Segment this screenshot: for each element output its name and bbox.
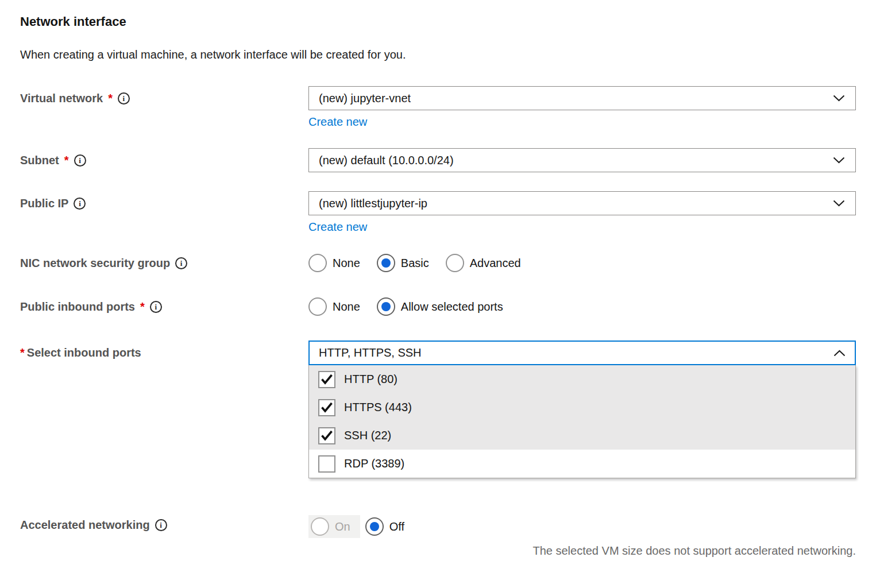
checkbox-icon bbox=[318, 399, 335, 416]
radio-nsg-basic[interactable]: Basic bbox=[377, 254, 429, 272]
required-asterisk bbox=[20, 346, 25, 359]
radio-inbound-none[interactable]: None bbox=[308, 297, 360, 316]
radio-icon bbox=[446, 254, 464, 272]
radio-icon bbox=[308, 297, 327, 316]
radio-label: None bbox=[333, 257, 360, 270]
accelerated-networking-note: The selected VM size does not support ac… bbox=[308, 543, 856, 558]
radio-icon bbox=[377, 297, 395, 316]
nic-nsg-control: None Basic Advanced bbox=[308, 253, 856, 273]
label-text: NIC network security group bbox=[20, 257, 170, 270]
virtual-network-control: (new) jupyter-vnet Create new bbox=[308, 86, 856, 129]
radio-icon bbox=[308, 254, 327, 272]
create-new-vnet-link[interactable]: Create new bbox=[308, 115, 367, 129]
create-new-public-ip-link[interactable]: Create new bbox=[308, 220, 367, 234]
radio-icon bbox=[365, 517, 384, 536]
info-icon[interactable] bbox=[74, 198, 86, 210]
subnet-dropdown[interactable]: (new) default (10.0.0.0/24) bbox=[308, 148, 856, 172]
chevron-up-icon bbox=[833, 350, 846, 357]
accelerated-networking-label: Accelerated networking bbox=[20, 515, 308, 535]
field-row-subnet: Subnet (new) default (10.0.0.0/24) bbox=[20, 148, 856, 172]
subnet-control: (new) default (10.0.0.0/24) bbox=[308, 148, 856, 172]
select-inbound-ports-value: HTTP, HTTPS, SSH bbox=[319, 346, 422, 359]
option-label: HTTP (80) bbox=[344, 373, 397, 386]
public-ip-value: (new) littlestjupyter-ip bbox=[319, 197, 427, 210]
label-text: Subnet bbox=[20, 154, 59, 167]
public-inbound-ports-radio-group: None Allow selected ports bbox=[308, 297, 856, 316]
field-row-select-inbound-ports: Select inbound ports HTTP, HTTPS, SSH HT… bbox=[20, 341, 856, 478]
checkmark-icon bbox=[321, 430, 333, 442]
label-text: Virtual network bbox=[20, 92, 103, 105]
option-label: RDP (3389) bbox=[344, 457, 404, 470]
label-text: Public inbound ports bbox=[20, 300, 135, 314]
radio-label: Allow selected ports bbox=[401, 300, 503, 314]
info-icon[interactable] bbox=[155, 519, 167, 531]
page-title: Network interface bbox=[20, 14, 856, 30]
radio-label: On bbox=[335, 520, 350, 533]
required-asterisk bbox=[140, 300, 145, 314]
radio-label: Basic bbox=[401, 257, 429, 270]
radio-inbound-allow-selected[interactable]: Allow selected ports bbox=[377, 297, 503, 316]
label-text: Accelerated networking bbox=[20, 519, 150, 532]
subnet-label: Subnet bbox=[20, 148, 308, 172]
public-ip-dropdown[interactable]: (new) littlestjupyter-ip bbox=[308, 191, 856, 215]
chevron-down-icon bbox=[833, 95, 845, 102]
radio-nsg-advanced[interactable]: Advanced bbox=[446, 254, 521, 272]
accelerated-networking-radio-group: On Off bbox=[308, 515, 856, 538]
field-row-accelerated-networking: Accelerated networking On Off The select… bbox=[20, 515, 856, 558]
select-inbound-ports-control: HTTP, HTTPS, SSH HTTP (80) HTTPS (443) bbox=[308, 341, 856, 478]
select-inbound-ports-combobox[interactable]: HTTP, HTTPS, SSH bbox=[308, 341, 856, 365]
public-ip-label: Public IP bbox=[20, 191, 308, 215]
subnet-value: (new) default (10.0.0.0/24) bbox=[319, 154, 454, 167]
inbound-port-option-https[interactable]: HTTPS (443) bbox=[309, 393, 855, 421]
inbound-port-option-http[interactable]: HTTP (80) bbox=[309, 365, 855, 393]
checkmark-icon bbox=[321, 402, 333, 413]
radio-nsg-none[interactable]: None bbox=[308, 254, 360, 272]
public-inbound-ports-control: None Allow selected ports bbox=[308, 297, 856, 316]
nic-nsg-label: NIC network security group bbox=[20, 253, 308, 273]
option-label: SSH (22) bbox=[344, 429, 391, 442]
virtual-network-label: Virtual network bbox=[20, 86, 308, 110]
inbound-ports-dropdown-panel: HTTP (80) HTTPS (443) SSH (22) RDP (3389… bbox=[308, 365, 856, 478]
checkbox-icon bbox=[318, 427, 335, 444]
radio-label: Advanced bbox=[470, 257, 521, 270]
radio-label: None bbox=[333, 300, 360, 314]
field-row-nic-nsg: NIC network security group None Basic Ad… bbox=[20, 253, 856, 273]
info-icon[interactable] bbox=[150, 301, 162, 313]
virtual-network-dropdown[interactable]: (new) jupyter-vnet bbox=[308, 86, 856, 110]
required-asterisk bbox=[64, 154, 69, 167]
checkbox-icon bbox=[318, 371, 335, 388]
option-label: HTTPS (443) bbox=[344, 401, 412, 414]
field-row-public-ip: Public IP (new) littlestjupyter-ip Creat… bbox=[20, 191, 856, 234]
required-asterisk bbox=[108, 92, 113, 105]
accelerated-networking-control: On Off The selected VM size does not sup… bbox=[308, 515, 856, 558]
label-text: Select inbound ports bbox=[27, 346, 141, 359]
info-icon[interactable] bbox=[118, 92, 130, 105]
field-row-virtual-network: Virtual network (new) jupyter-vnet Creat… bbox=[20, 86, 856, 129]
chevron-down-icon bbox=[833, 157, 845, 164]
inbound-port-option-rdp[interactable]: RDP (3389) bbox=[309, 450, 855, 478]
label-text: Public IP bbox=[20, 197, 68, 210]
radio-accelerated-on: On bbox=[308, 515, 360, 538]
radio-label: Off bbox=[389, 520, 404, 533]
info-icon[interactable] bbox=[74, 154, 86, 167]
public-ip-control: (new) littlestjupyter-ip Create new bbox=[308, 191, 856, 234]
radio-icon bbox=[377, 254, 395, 272]
virtual-network-value: (new) jupyter-vnet bbox=[319, 92, 411, 105]
nic-nsg-radio-group: None Basic Advanced bbox=[308, 253, 856, 273]
field-row-public-inbound-ports: Public inbound ports None Allow selected… bbox=[20, 297, 856, 316]
checkmark-icon bbox=[321, 374, 333, 385]
inbound-port-option-ssh[interactable]: SSH (22) bbox=[309, 421, 855, 450]
radio-accelerated-off[interactable]: Off bbox=[365, 517, 404, 536]
public-inbound-ports-label: Public inbound ports bbox=[20, 297, 308, 316]
info-icon[interactable] bbox=[175, 257, 187, 269]
select-inbound-ports-label: Select inbound ports bbox=[20, 341, 308, 365]
chevron-down-icon bbox=[833, 200, 845, 207]
radio-icon bbox=[311, 517, 329, 536]
checkbox-icon bbox=[318, 455, 335, 473]
section-description: When creating a virtual machine, a netwo… bbox=[20, 47, 856, 62]
